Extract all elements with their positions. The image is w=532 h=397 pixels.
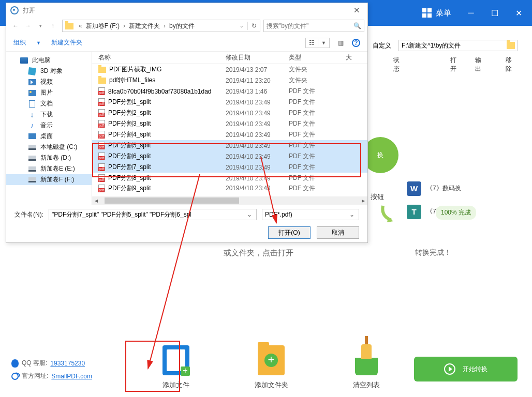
file-name: PDF分割2_split: [108, 109, 151, 117]
address-bar[interactable]: « 新加卷F (F:) › 新建文件夹 › by的文件 ⌄ ↻: [62, 20, 260, 32]
tree-item[interactable]: 此电脑: [6, 55, 92, 66]
site-link[interactable]: SmallPDF.com: [51, 373, 92, 380]
cancel-button[interactable]: 取消: [317, 226, 359, 239]
file-name: PDF分割1_split: [108, 98, 151, 106]
tree-item[interactable]: 新加卷F (F:): [6, 174, 92, 185]
clear-list-button[interactable]: 清空列表: [319, 345, 414, 390]
file-row[interactable]: PDF分割5_split2019/4/10 23:49PDF 文件: [92, 140, 367, 151]
disk-icon: [28, 155, 36, 162]
nav-forward-button[interactable]: →: [22, 22, 34, 29]
scroll-left-button[interactable]: ◂: [92, 197, 100, 204]
addr-dropdown-button[interactable]: ⌄: [237, 23, 247, 28]
tree-item[interactable]: 本地磁盘 (C:): [6, 142, 92, 152]
preview-pane-button[interactable]: ▥: [338, 39, 344, 47]
file-name: PDF分割9_split: [108, 184, 151, 193]
file-row[interactable]: PDF分割6_split2019/4/10 23:49PDF 文件: [92, 151, 367, 162]
file-row[interactable]: PDF分割1_split2019/4/10 23:49PDF 文件: [92, 97, 367, 108]
tree-item[interactable]: 新加卷E (E:): [6, 163, 92, 174]
filter-dropdown-button[interactable]: ⌄: [348, 211, 356, 218]
qq-icon: [11, 359, 19, 368]
nav-recent-button[interactable]: ▾: [34, 23, 47, 28]
filename-dropdown-button[interactable]: ⌄: [245, 211, 254, 218]
tree-item-label: 新加卷E (E:): [40, 164, 75, 173]
list-icon: ☷: [306, 39, 318, 47]
tree-item[interactable]: 桌面: [6, 131, 92, 142]
organize-button[interactable]: 组织: [13, 38, 26, 47]
window-controls: ─ ☐ ✕: [467, 8, 532, 18]
tree-item[interactable]: 3D 对象: [6, 66, 92, 77]
file-name: PDF图片获取_IMG: [109, 65, 161, 74]
scroll-right-button[interactable]: ▸: [359, 197, 367, 204]
minimize-button[interactable]: ─: [467, 8, 475, 18]
close-button[interactable]: ✕: [514, 8, 523, 18]
result-row[interactable]: W 《7》数码换: [407, 177, 461, 200]
dialog-close-button[interactable]: ✕: [350, 5, 363, 16]
start-convert-button[interactable]: 开始转换: [414, 357, 518, 381]
col-size[interactable]: 大: [346, 53, 367, 62]
file-date: 2019/4/10 23:49: [226, 131, 289, 139]
filename-input-box[interactable]: ⌄: [49, 209, 257, 220]
search-box[interactable]: 🔍: [263, 20, 364, 32]
nav-up-button[interactable]: ↑: [47, 22, 59, 29]
new-folder-button[interactable]: 新建文件夹: [51, 38, 82, 47]
file-row[interactable]: PDF分割3_split2019/4/10 23:49PDF 文件: [92, 118, 367, 129]
pc-icon: [20, 57, 28, 64]
open-button[interactable]: 打开(O): [268, 226, 311, 239]
tree-item[interactable]: 新加卷 (D:): [6, 152, 92, 163]
result-label: 《7》数码换: [426, 184, 461, 193]
tree-item[interactable]: 文档: [6, 98, 92, 109]
col-type[interactable]: 类型: [289, 53, 346, 62]
file-type: 文件夹: [289, 76, 346, 85]
chevron-right-icon[interactable]: «: [76, 22, 85, 29]
col-name[interactable]: 名称: [92, 53, 226, 62]
file-row[interactable]: PDF分割8_split2019/4/10 23:49PDF 文件: [92, 173, 367, 184]
file-row[interactable]: PDF分割4_split2019/4/10 23:49PDF 文件: [92, 129, 367, 140]
site-label: 官方网址:: [22, 372, 48, 380]
file-row[interactable]: pdf转HTML_files2019/4/11 23:20文件夹: [92, 75, 367, 86]
file-name: pdf转HTML_files: [109, 76, 155, 85]
nav-back-button[interactable]: ←: [9, 22, 22, 29]
pdf-icon: [98, 142, 105, 149]
maximize-button[interactable]: ☐: [491, 8, 499, 18]
file-row[interactable]: PDF分割9_split2019/4/10 23:49PDF 文件: [92, 184, 367, 193]
add-folder-button[interactable]: 添加文件夹: [224, 345, 319, 390]
tree-item[interactable]: 视频: [6, 77, 92, 87]
col-date[interactable]: 修改日期: [226, 53, 289, 62]
output-path-input[interactable]: F:\新建文^1\by的文件: [398, 40, 518, 51]
scroll-track[interactable]: [100, 197, 359, 204]
pic-icon: [28, 89, 36, 97]
file-name: PDF分割5_split: [108, 141, 151, 150]
folder-icon[interactable]: [507, 42, 515, 49]
header-open: 打开: [450, 56, 456, 73]
file-row[interactable]: PDF分割7_split2019/4/10 23:49PDF 文件: [92, 162, 367, 173]
file-row[interactable]: 8fca0b70b0f4f9b3b0af73080a1b1dad2019/4/1…: [92, 86, 367, 97]
tree-item-label: 视频: [40, 78, 53, 86]
file-row[interactable]: PDF图片获取_IMG2019/4/13 2:07文件夹: [92, 64, 367, 75]
menu-button[interactable]: 菜单: [416, 8, 467, 18]
search-input[interactable]: [267, 22, 353, 29]
breadcrumb-item[interactable]: by的文件: [168, 22, 196, 30]
refresh-button[interactable]: ↻: [248, 22, 260, 29]
tree-item[interactable]: ↓下载: [6, 109, 92, 120]
file-row[interactable]: PDF分割2_split2019/4/10 23:49PDF 文件: [92, 108, 367, 118]
filename-input[interactable]: [52, 211, 245, 218]
qq-link[interactable]: 1933175230: [50, 360, 85, 367]
3d-icon: [28, 68, 36, 75]
search-icon[interactable]: 🔍: [353, 22, 361, 29]
tree-item[interactable]: ♪音乐: [6, 120, 92, 131]
custom-label: 自定义: [373, 41, 391, 50]
view-mode-button[interactable]: ☷▼: [305, 38, 330, 48]
file-list[interactable]: 名称 修改日期 类型 大 PDF图片获取_IMG2019/4/13 2:07文件…: [92, 52, 367, 205]
tree-item[interactable]: 图片: [6, 87, 92, 98]
menu-label: 菜单: [436, 8, 451, 18]
pdf-icon: [98, 87, 105, 95]
folder-tree[interactable]: 此电脑3D 对象视频图片文档↓下载♪音乐桌面本地磁盘 (C:)新加卷 (D:)新…: [6, 52, 92, 205]
scroll-thumb[interactable]: [105, 197, 239, 204]
app-icon: [10, 6, 19, 14]
disk-icon: [28, 144, 36, 151]
horizontal-scrollbar[interactable]: ◂ ▸: [92, 196, 367, 205]
help-button[interactable]: ?: [352, 39, 360, 47]
filetype-filter[interactable]: PDF*.pdf) ⌄: [262, 209, 359, 220]
breadcrumb-item[interactable]: 新加卷F (F:): [85, 22, 121, 30]
breadcrumb-item[interactable]: 新建文件夹: [128, 22, 161, 30]
